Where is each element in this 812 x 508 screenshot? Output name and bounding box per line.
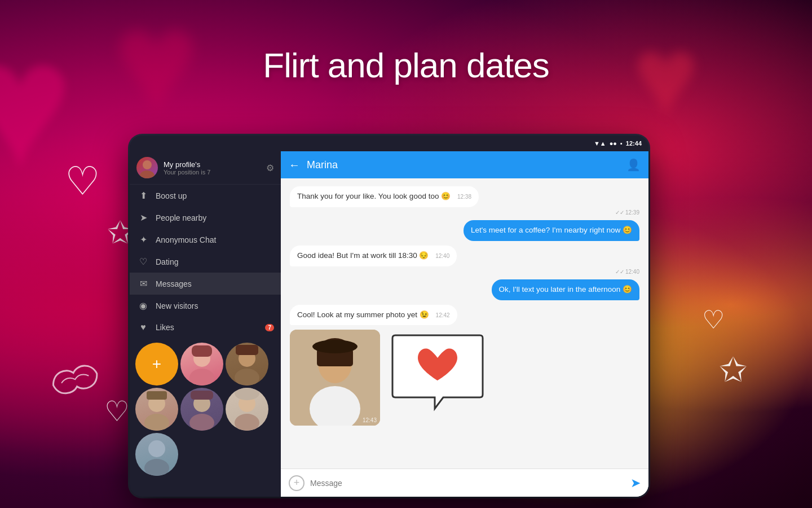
tick-check-2: ✓✓ (615, 269, 624, 275)
bubble-received-3: Cool! Look at my summer photo yet 😉 12:4… (290, 305, 457, 326)
svg-point-6 (235, 369, 259, 386)
svg-point-12 (189, 414, 214, 431)
tick-check-1: ✓✓ (615, 209, 624, 216)
profile-sub: Your position is 7 (164, 169, 261, 176)
likes-badge: 7 (265, 324, 274, 331)
svg-rect-10 (147, 391, 167, 400)
sidebar: My profile's Your position is 7 ⚙ ⬆ Boos… (130, 151, 281, 497)
back-button[interactable]: ← (289, 159, 300, 172)
svg-rect-7 (236, 345, 258, 355)
svg-point-17 (148, 440, 165, 457)
boost-label: Boost up (156, 191, 187, 200)
profile-row[interactable]: My profile's Your position is 7 ⚙ (130, 151, 281, 185)
tablet-frame: ▼▲ ●● ▪ 12:44 My profile's Your position… (130, 135, 648, 497)
msg-text-5: Cool! Look at my summer photo yet 😉 (297, 310, 429, 319)
message-5: Cool! Look at my summer photo yet 😉 12:4… (290, 305, 457, 326)
avatar-thumb-1[interactable] (180, 343, 223, 386)
battery-icon: ▪ (620, 140, 623, 147)
message-4: Ok, I'll text you later in the afternoon… (492, 279, 639, 300)
sidebar-item-dating[interactable]: ♡ Dating (130, 251, 281, 273)
status-time: 12:44 (626, 140, 642, 147)
status-bar: ▼▲ ●● ▪ 12:44 (130, 135, 648, 151)
msg-time-5: 12:42 (436, 312, 450, 318)
messages-icon: ✉ (138, 278, 149, 289)
visitors-icon: ◉ (138, 300, 149, 311)
msg-time-3: 12:40 (435, 253, 449, 259)
message-6-row: 12:43 (290, 330, 488, 426)
attach-button[interactable]: + (289, 475, 304, 491)
photo-container: 12:43 (290, 330, 380, 426)
svg-point-0 (143, 160, 152, 169)
tick-time-1: 12:39 (625, 209, 639, 216)
svg-point-15 (235, 414, 259, 431)
chat-header-name: Marina (307, 159, 620, 171)
page-title: Flirt and plan dates (263, 45, 549, 85)
message-input-bar: + ➤ (281, 468, 648, 497)
avatar-thumb-6[interactable] (135, 433, 178, 476)
bubble-received-1: Thank you for your like. You look good t… (290, 186, 479, 207)
avatar-grid: + (130, 338, 281, 480)
svg-point-24 (312, 340, 358, 353)
dating-label: Dating (156, 257, 178, 266)
nearby-label: People nearby (156, 213, 206, 222)
svg-point-9 (144, 414, 169, 431)
msg-text-2: Let's meet for a coffee? I'm nearby righ… (471, 226, 632, 234)
chat-header: ← Marina 👤 (281, 151, 648, 178)
signal-icon: ●● (610, 140, 617, 147)
anon-chat-label: Anonymous Chat (156, 235, 216, 244)
message-3: Good idea! But I'm at work till 18:30 😔 … (290, 246, 457, 266)
messages-list: Thank you for your like. You look good t… (281, 178, 648, 468)
heart-speech-bubble (387, 330, 488, 420)
boost-icon: ⬆ (138, 190, 149, 201)
nearby-icon: ➤ (138, 212, 149, 223)
sidebar-item-anon-chat[interactable]: ✦ Anonymous Chat (130, 229, 281, 251)
message-2: Let's meet for a coffee? I'm nearby righ… (464, 220, 639, 241)
wifi-icon: ▼▲ (594, 140, 606, 147)
svg-point-1 (140, 170, 155, 178)
anon-chat-icon: ✦ (138, 234, 149, 245)
add-photo-button[interactable]: + (135, 343, 178, 386)
msg-text-1: Thank you for your like. You look good t… (297, 192, 451, 200)
svg-rect-4 (192, 345, 212, 357)
sidebar-item-likes[interactable]: ♥ Likes 7 (130, 317, 281, 338)
avatar (136, 157, 158, 178)
tick-row-2: ✓✓ 12:40 (615, 269, 639, 275)
chat-area: Thank you for your like. You look good t… (281, 178, 648, 497)
svg-point-18 (144, 459, 169, 476)
visitors-label: New visitors (156, 301, 198, 310)
sidebar-item-visitors[interactable]: ◉ New visitors (130, 295, 281, 317)
avatar-thumb-5[interactable] (226, 388, 268, 431)
message-input[interactable] (310, 479, 625, 488)
settings-icon[interactable]: ⚙ (266, 163, 274, 173)
svg-rect-13 (191, 391, 213, 400)
likes-label: Likes (156, 323, 174, 332)
msg-time-1: 12:38 (457, 194, 471, 200)
messages-label: Messages (156, 279, 192, 288)
sidebar-item-boost[interactable]: ⬆ Boost up (130, 185, 281, 207)
sidebar-item-nearby[interactable]: ➤ People nearby (130, 207, 281, 229)
avatar-thumb-3[interactable] (135, 388, 178, 431)
tick-time-2: 12:40 (625, 269, 639, 275)
photo-bubble (290, 330, 380, 426)
msg-text-3: Good idea! But I'm at work till 18:30 😔 (297, 251, 429, 260)
bubble-received-2: Good idea! But I'm at work till 18:30 😔 … (290, 246, 457, 266)
msg-text-4: Ok, I'll text you later in the afternoon… (499, 285, 632, 294)
chat-profile-icon[interactable]: 👤 (626, 158, 641, 172)
profile-info: My profile's Your position is 7 (164, 160, 261, 176)
bubble-sent-2: Ok, I'll text you later in the afternoon… (492, 279, 639, 300)
svg-point-3 (189, 369, 214, 386)
sidebar-item-messages[interactable]: ✉ Messages (130, 273, 281, 295)
avatar-thumb-4[interactable] (180, 388, 223, 431)
photo-time: 12:43 (363, 417, 377, 423)
profile-name: My profile's (164, 160, 261, 169)
message-1: Thank you for your like. You look good t… (290, 186, 479, 207)
bubble-sent-1: Let's meet for a coffee? I'm nearby righ… (464, 220, 639, 241)
avatar-thumb-2[interactable] (226, 343, 268, 386)
tick-row-1: ✓✓ 12:39 (615, 209, 639, 216)
send-button[interactable]: ➤ (630, 476, 641, 491)
svg-point-16 (235, 388, 259, 400)
dating-icon: ♡ (138, 256, 149, 267)
likes-icon: ♥ (138, 322, 149, 332)
